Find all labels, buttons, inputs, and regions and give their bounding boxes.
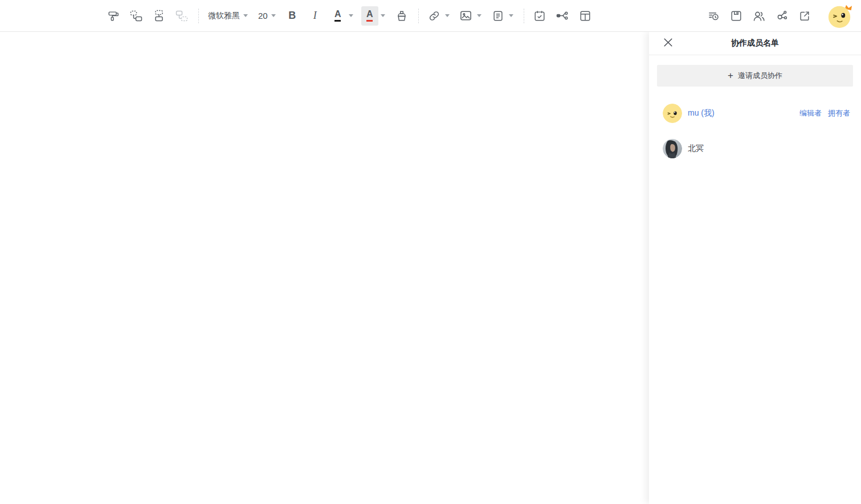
toolbar-separator — [418, 9, 419, 23]
link-control[interactable] — [426, 6, 453, 26]
font-color-button[interactable]: A — [329, 6, 346, 26]
font-color-control[interactable]: A — [329, 6, 357, 26]
italic-icon: I — [313, 10, 317, 22]
note-icon — [492, 10, 504, 22]
bold-button[interactable]: B — [284, 6, 301, 26]
clear-format-button[interactable] — [393, 6, 410, 26]
insert-link-button[interactable] — [426, 6, 443, 26]
image-icon — [459, 9, 472, 22]
avatar — [663, 139, 682, 158]
toolbar-separator — [524, 9, 524, 23]
bold-icon: B — [288, 10, 296, 22]
user-avatar[interactable] — [827, 3, 853, 29]
close-icon — [663, 37, 674, 50]
collaboration-panel: 协作成员名单 + 邀请成员协作 mu (我) 编辑者 拥有者 — [649, 32, 861, 504]
chevron-down-icon — [381, 14, 385, 17]
relation-button[interactable] — [554, 6, 571, 26]
avatar — [663, 104, 682, 123]
insert-sibling-node-icon — [129, 9, 143, 23]
insert-child-node-button[interactable] — [173, 6, 190, 26]
highlight-color-control[interactable]: A — [361, 6, 389, 26]
paint-roller-icon — [107, 10, 120, 22]
panel-title: 协作成员名单 — [649, 38, 861, 48]
history-icon — [707, 9, 720, 22]
font-size-value: 20 — [256, 11, 270, 21]
toolbar-separator — [198, 9, 199, 23]
chevron-down-icon — [271, 14, 276, 17]
font-family-select[interactable]: 微软雅黑 — [206, 11, 251, 21]
font-family-value: 微软雅黑 — [206, 11, 242, 21]
italic-button[interactable]: I — [307, 6, 324, 26]
chevron-down-icon — [477, 14, 481, 17]
font-color-icon: A — [334, 10, 341, 22]
brush-icon — [395, 10, 408, 22]
member-name: 北冥 — [688, 144, 704, 154]
role-editor-link[interactable]: 编辑者 — [799, 108, 822, 118]
members-button[interactable] — [750, 6, 768, 26]
member-list: mu (我) 编辑者 拥有者 — [649, 100, 861, 162]
close-panel-button[interactable] — [659, 32, 676, 55]
relation-icon — [556, 9, 569, 22]
save-icon — [730, 10, 742, 22]
plus-icon: + — [728, 70, 733, 81]
member-name: mu (我) — [688, 108, 715, 118]
insert-parent-node-icon — [152, 9, 166, 23]
insert-note-button[interactable] — [489, 6, 507, 26]
image-control[interactable] — [458, 6, 485, 26]
task-calendar-icon — [533, 10, 546, 22]
invite-members-button[interactable]: + 邀请成员协作 — [657, 65, 853, 87]
history-button[interactable] — [705, 6, 722, 26]
insert-parent-node-button[interactable] — [150, 6, 168, 26]
task-button[interactable] — [531, 6, 548, 26]
chevron-down-icon — [445, 14, 450, 17]
invite-members-label: 邀请成员协作 — [738, 71, 782, 81]
highlight-color-button[interactable]: A — [361, 6, 378, 26]
insert-image-button[interactable] — [458, 6, 475, 26]
link-icon — [428, 10, 440, 22]
format-painter-button[interactable] — [105, 6, 122, 26]
toolbar-right-group — [705, 3, 855, 29]
save-button[interactable] — [728, 6, 745, 26]
note-control[interactable] — [489, 6, 517, 26]
open-external-icon — [798, 10, 811, 22]
insert-child-node-icon — [175, 9, 189, 23]
member-roles: 编辑者 拥有者 — [799, 108, 850, 118]
users-icon — [752, 9, 766, 23]
highlight-color-icon: A — [366, 10, 373, 22]
layout-icon — [579, 10, 591, 22]
member-row[interactable]: mu (我) 编辑者 拥有者 — [649, 100, 861, 127]
chevron-down-icon — [243, 14, 248, 17]
toolbar: 微软雅黑 20 B I A A — [0, 0, 861, 32]
share-icon — [776, 9, 789, 22]
insert-sibling-node-button[interactable] — [128, 6, 145, 26]
font-size-select[interactable]: 20 — [256, 11, 279, 21]
export-button[interactable] — [796, 6, 813, 26]
role-owner-link[interactable]: 拥有者 — [828, 108, 850, 118]
layout-button[interactable] — [577, 6, 594, 26]
panel-header: 协作成员名单 — [649, 32, 861, 55]
share-button[interactable] — [773, 6, 790, 26]
chevron-down-icon — [509, 14, 513, 17]
member-row[interactable]: 北冥 — [649, 135, 861, 162]
chevron-down-icon — [349, 14, 353, 17]
